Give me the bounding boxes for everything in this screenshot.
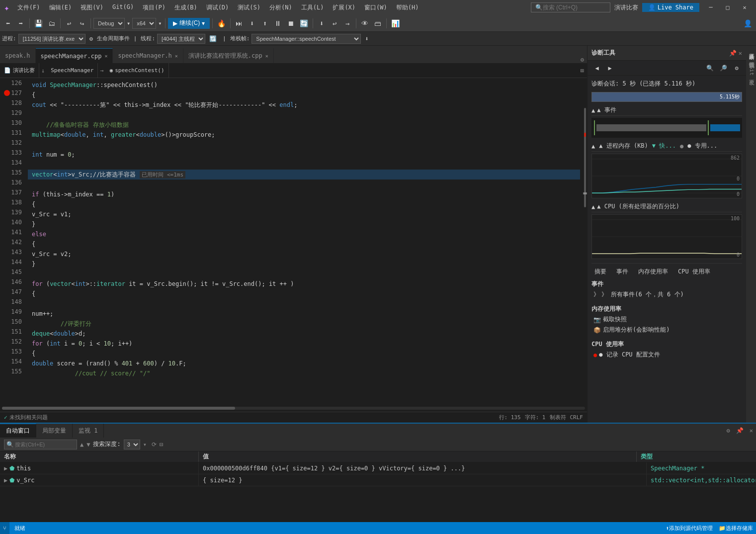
breakpoint-dot-127[interactable] xyxy=(4,90,10,96)
auto-search-input[interactable] xyxy=(15,442,75,447)
menu-git[interactable]: Git(G) xyxy=(108,2,138,13)
menu-debug[interactable]: 调试(D) xyxy=(202,2,233,13)
watch-tab[interactable]: 监视 1 xyxy=(73,424,104,438)
memory-btn[interactable]: 🗃 xyxy=(372,17,384,30)
maximize-button[interactable]: □ xyxy=(720,2,735,12)
toolbar-save-all[interactable]: 🗂 xyxy=(46,17,58,30)
source-control-btn[interactable]: ⬆ 添加到源代码管理 xyxy=(663,525,716,532)
bottom-panel-pin[interactable]: 📌 xyxy=(733,427,747,434)
tab-options[interactable]: ⚙ xyxy=(578,56,587,63)
auto-window-tab[interactable]: 自动窗口 xyxy=(0,424,36,438)
debug-config-select[interactable]: Debug xyxy=(93,18,125,29)
depth-expand-icon[interactable]: ▾ xyxy=(143,441,147,448)
toolbar-save[interactable]: 💾 xyxy=(32,17,45,30)
breakpoint-btn[interactable]: ⬇ xyxy=(316,17,328,30)
ready-status[interactable]: 就绪 xyxy=(11,522,28,534)
tab-speech-manager-cpp[interactable]: speechManager.cpp ✕ xyxy=(36,48,113,63)
menu-tools[interactable]: 工具(L) xyxy=(297,2,328,13)
this-expand-icon[interactable]: ▶ xyxy=(4,465,7,472)
horizontal-scrollbar[interactable] xyxy=(0,405,587,412)
minimize-button[interactable]: ─ xyxy=(703,2,718,12)
depth-select[interactable]: 3 xyxy=(124,440,140,449)
snapshot-item[interactable]: 📷 截取快照 xyxy=(591,314,742,325)
global-search[interactable]: 🔍 xyxy=(531,2,610,12)
tab-main-cpp[interactable]: 演讲比赛流程管理系统.cpp ✕ xyxy=(183,48,274,63)
menu-build[interactable]: 生成(B) xyxy=(170,2,201,13)
menu-extensions[interactable]: 扩展(X) xyxy=(329,2,359,13)
toolbar-undo[interactable]: ↩ xyxy=(63,17,75,30)
step-into-btn[interactable]: ⬇ xyxy=(246,17,258,30)
hot-reload-btn[interactable]: 🔥 xyxy=(215,17,228,30)
memory-tab[interactable]: 内存使用率 xyxy=(635,267,671,277)
menu-project[interactable]: 项目(P) xyxy=(139,2,169,13)
breadcrumb-method[interactable]: ◉ speechContest() xyxy=(106,63,169,78)
cpu-header[interactable]: ▲ ▲ CPU (所有处理器的百分比) xyxy=(591,201,742,212)
process-select[interactable]: [11256] 演讲比赛.exe xyxy=(18,34,85,44)
refresh-btn[interactable]: ⟳ xyxy=(152,441,157,448)
pause-btn[interactable]: ⏸ xyxy=(272,17,284,30)
menu-view[interactable]: 视图(V) xyxy=(77,2,107,13)
diag-close-icon[interactable]: ✕ xyxy=(739,50,742,57)
frame-select[interactable]: SpeechManager::speechContest xyxy=(252,34,361,44)
search-container[interactable]: 🔍 xyxy=(4,440,77,449)
menu-edit[interactable]: 编辑(E) xyxy=(45,2,76,13)
diag-zoom-in-btn[interactable]: 🔍 xyxy=(704,63,716,74)
search-input[interactable] xyxy=(543,4,602,11)
cpu-record-item[interactable]: ● ● 记录 CPU 配置文件 xyxy=(591,350,742,360)
select-repo-btn[interactable]: 📁 选择存储库 xyxy=(716,525,756,532)
filter-btn[interactable]: ⊟ xyxy=(160,441,163,448)
tab-close-icon[interactable]: ✕ xyxy=(265,53,268,59)
this-value-cell[interactable]: 0x000000500d6ff840 {v1={ size=12 } v2={ … xyxy=(199,462,647,474)
search-up-btn[interactable]: ▲ xyxy=(80,441,84,448)
menu-test[interactable]: 测试(S) xyxy=(234,2,264,13)
cpu-tab[interactable]: CPU 使用率 xyxy=(675,267,713,277)
run-to-cursor-btn[interactable]: → xyxy=(341,17,353,30)
tab-close-icon[interactable]: ✕ xyxy=(175,53,178,59)
menu-analyze[interactable]: 分析(N) xyxy=(265,2,296,13)
menu-file[interactable]: 文件(F) xyxy=(13,2,44,13)
diag-pin-icon[interactable]: 📌 xyxy=(729,50,737,57)
vsrc-value-cell[interactable]: { size=12 } xyxy=(199,474,647,486)
locals-tab[interactable]: 局部变量 xyxy=(36,424,73,438)
vsrc-expand-icon[interactable]: ▶ xyxy=(4,477,7,484)
vert-git-label[interactable]: Git更改 xyxy=(747,62,756,80)
heap-item[interactable]: 📦 启用堆分析(会影响性能) xyxy=(591,325,742,335)
timeline-bar[interactable]: 5.115秒 xyxy=(591,92,742,102)
tab-speak-h[interactable]: speak.h xyxy=(0,48,36,63)
events-tab[interactable]: 事件 xyxy=(613,267,631,277)
bottom-panel-close[interactable]: ✕ xyxy=(747,427,756,434)
live-share-button[interactable]: 👤 Live Share xyxy=(642,3,699,12)
diag-forward-btn[interactable]: ▶ xyxy=(604,63,615,74)
thread-select[interactable]: [4044] 主线程 xyxy=(157,34,205,44)
summary-tab[interactable]: 摘要 xyxy=(591,267,609,277)
step-back-btn[interactable]: ↩ xyxy=(329,17,340,30)
code-content[interactable]: void SpeechManager::speechContest(){cout… xyxy=(28,78,580,405)
split-editor-btn[interactable]: ⊞ xyxy=(578,67,587,74)
diag-back-btn[interactable]: ◀ xyxy=(591,63,602,74)
stop-btn[interactable]: ⏹ xyxy=(285,17,297,30)
vert-diag-label[interactable]: 诊断工具 xyxy=(747,46,756,54)
bottom-panel-options[interactable]: ⚙ xyxy=(724,427,733,434)
tab-speech-manager-h[interactable]: speechManager.h ✕ xyxy=(113,48,183,63)
search-down-btn[interactable]: ▼ xyxy=(86,441,90,448)
events-header[interactable]: ▲ ▲ 事件 xyxy=(591,105,742,116)
memory-header[interactable]: ▲ ▲ 进程内存 (KB) ▼ 快... ● ● 专用... xyxy=(591,141,742,152)
step-out-btn[interactable]: ⬆ xyxy=(259,17,271,30)
toolbar-back[interactable]: ⬅ xyxy=(2,17,14,30)
diag-settings-btn[interactable]: ⚙ xyxy=(731,63,742,74)
menu-window[interactable]: 窗口(W) xyxy=(360,2,391,13)
tab-close-icon[interactable]: ✕ xyxy=(104,53,107,59)
all-events-item[interactable]: 》 》 所有事件(6 个，共 6 个) xyxy=(591,289,742,300)
restart-btn[interactable]: 🔄 xyxy=(298,17,310,30)
watch-btn[interactable]: 👁 xyxy=(359,17,371,30)
performance-btn[interactable]: 📊 xyxy=(389,17,402,30)
continue-button[interactable]: ▶ 继续(C) ▾ xyxy=(168,18,210,29)
platform-select[interactable]: x64 xyxy=(132,18,156,29)
diag-zoom-out-btn[interactable]: 🔎 xyxy=(718,63,729,74)
git-status[interactable]: ⑂ xyxy=(0,522,9,534)
breadcrumb-file[interactable]: 📄 演讲比赛 xyxy=(0,63,39,78)
minimap[interactable] xyxy=(580,78,587,405)
close-button[interactable]: ✕ xyxy=(737,2,752,12)
breadcrumb-class[interactable]: SpeechManager xyxy=(47,63,98,78)
toolbar-redo[interactable]: ↪ xyxy=(76,17,88,30)
